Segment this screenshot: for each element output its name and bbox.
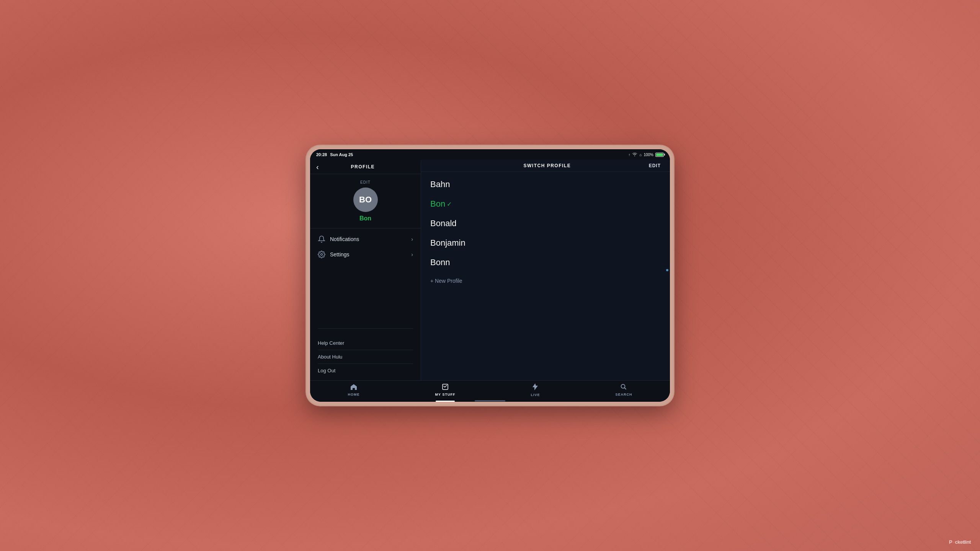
nav-active-indicator — [436, 401, 455, 402]
status-date: Sun Aug 25 — [330, 152, 353, 157]
main-content: ‹ PROFILE EDIT BO Bon — [310, 160, 670, 380]
home-nav-icon — [350, 384, 357, 391]
switch-profile-title: SWITCH PROFILE — [523, 163, 571, 168]
menu-item-settings[interactable]: Settings › — [310, 247, 421, 262]
nav-search[interactable]: SEARCH — [609, 381, 638, 399]
about-hulu-link[interactable]: About Hulu — [318, 350, 413, 364]
scroll-indicator — [666, 269, 668, 271]
nav-home[interactable]: HOME — [342, 381, 366, 399]
current-profile-name: Bon — [359, 215, 371, 222]
new-profile-button[interactable]: + New Profile — [421, 272, 670, 289]
bell-icon — [318, 235, 325, 243]
watermark: P●cketlint — [949, 539, 971, 545]
battery-fill — [656, 153, 663, 156]
wifi-icon — [632, 152, 637, 157]
nav-my-stuff[interactable]: MY STUFF — [429, 381, 462, 399]
profile-name-bonn: Bonn — [430, 258, 450, 267]
profile-section: EDIT BO Bon — [310, 174, 421, 228]
status-bar: 20:28 Sun Aug 25 ↑ ⌂ 100% — [310, 149, 670, 160]
right-panel: SWITCH PROFILE EDIT Bahn Bon ✓ — [421, 160, 670, 380]
profile-name-bahn: Bahn — [430, 179, 450, 189]
status-time: 20:28 — [316, 152, 327, 157]
bottom-links: Help Center About Hulu Log Out — [310, 333, 421, 380]
home-bar — [475, 400, 505, 401]
profile-name-bonald: Bonald — [430, 218, 457, 228]
profile-section-title: PROFILE — [351, 164, 375, 170]
profile-item-bonjamin[interactable]: Bonjamin — [421, 233, 670, 253]
tablet-frame: 20:28 Sun Aug 25 ↑ ⌂ 100% — [306, 145, 674, 406]
battery-percentage: 100% — [644, 153, 653, 157]
profile-header: ‹ PROFILE — [310, 160, 421, 174]
nav-live[interactable]: LIVE — [524, 381, 546, 399]
profile-item-bonn[interactable]: Bonn — [421, 253, 670, 272]
divider — [318, 328, 413, 329]
avatar-initials: BO — [359, 195, 372, 205]
my-stuff-nav-label: MY STUFF — [435, 393, 456, 396]
left-panel: ‹ PROFILE EDIT BO Bon — [310, 160, 421, 380]
back-button[interactable]: ‹ — [316, 163, 319, 171]
profile-active-bon: Bon ✓ — [430, 199, 452, 209]
home-network-icon: ⌂ — [639, 153, 642, 157]
help-center-link[interactable]: Help Center — [318, 336, 413, 350]
notifications-label: Notifications — [330, 236, 407, 242]
profile-name-bon: Bon — [430, 199, 445, 209]
log-out-link[interactable]: Log Out — [318, 364, 413, 377]
avatar[interactable]: BO — [353, 187, 378, 212]
live-nav-icon — [532, 383, 538, 392]
menu-item-notifications[interactable]: Notifications › — [310, 231, 421, 247]
settings-label: Settings — [330, 251, 407, 258]
home-nav-label: HOME — [348, 393, 360, 396]
profile-item-bon[interactable]: Bon ✓ — [421, 194, 670, 214]
tablet-screen: 20:28 Sun Aug 25 ↑ ⌂ 100% — [310, 149, 670, 402]
search-nav-icon — [621, 384, 627, 391]
right-header: SWITCH PROFILE EDIT — [421, 160, 670, 172]
profile-item-bahn[interactable]: Bahn — [421, 175, 670, 194]
status-right: ↑ ⌂ 100% — [628, 152, 664, 157]
my-stuff-nav-icon — [442, 384, 448, 391]
gear-icon — [318, 251, 325, 258]
svg-point-0 — [321, 254, 323, 256]
checkmark-icon: ✓ — [447, 201, 452, 208]
bottom-nav: HOME MY STUFF LIVE — [310, 380, 670, 399]
location-icon: ↑ — [628, 153, 630, 157]
battery-icon — [655, 153, 664, 157]
notifications-chevron: › — [411, 236, 413, 242]
search-nav-label: SEARCH — [615, 393, 632, 396]
profiles-list: Bahn Bon ✓ Bonald Bonjamin — [421, 172, 670, 380]
profile-name-bonjamin: Bonjamin — [430, 238, 466, 248]
profile-item-bonald[interactable]: Bonald — [421, 214, 670, 233]
home-indicator — [310, 399, 670, 402]
edit-label[interactable]: EDIT — [360, 180, 371, 184]
settings-chevron: › — [411, 251, 413, 258]
right-edit-button[interactable]: EDIT — [649, 163, 661, 168]
live-nav-label: LIVE — [531, 393, 540, 397]
menu-items: Notifications › Settings › — [310, 228, 421, 265]
